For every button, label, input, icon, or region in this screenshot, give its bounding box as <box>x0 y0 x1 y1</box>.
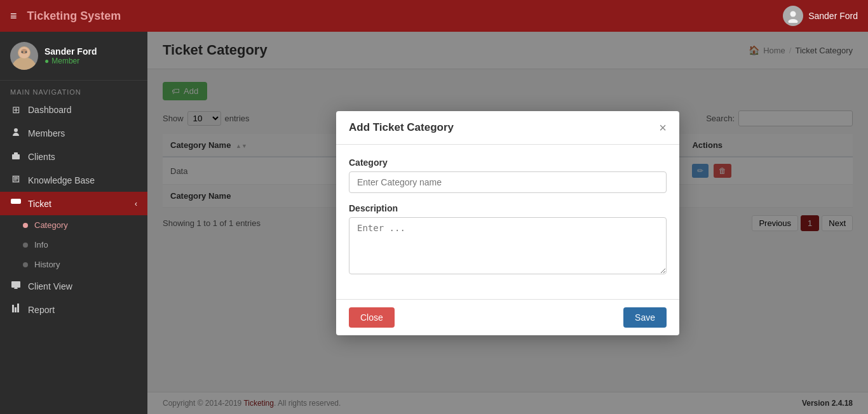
clients-icon <box>10 150 22 163</box>
sidebar-item-report[interactable]: Report <box>0 298 147 321</box>
sidebar-user-info: Sander Ford Member <box>44 46 97 65</box>
top-user-name: Sander Ford <box>808 11 858 21</box>
svg-point-0 <box>790 11 796 17</box>
sidebar: Sander Ford Member MAIN NAVIGATION ⊞ Das… <box>0 32 147 414</box>
top-navbar: ≡ Ticketing System Sander Ford <box>0 0 868 32</box>
sidebar-item-label: Dashboard <box>28 105 72 115</box>
svg-rect-8 <box>12 154 20 159</box>
svg-rect-9 <box>14 152 18 155</box>
sidebar-item-label: Report <box>28 305 55 315</box>
sidebar-item-label: Client View <box>28 281 72 291</box>
sidebar-subitem-label: History <box>34 260 60 269</box>
ticket-icon <box>10 197 22 210</box>
modal-header: Add Ticket Category × <box>336 111 679 145</box>
sidebar-item-label: Knowledge Base <box>28 175 95 185</box>
report-icon <box>10 304 22 316</box>
sidebar-subitem-history[interactable]: History <box>0 255 147 274</box>
dot-icon <box>23 243 28 248</box>
modal-body: Category Description <box>336 145 679 299</box>
sidebar-item-dashboard[interactable]: ⊞ Dashboard <box>0 98 147 121</box>
members-icon <box>10 127 22 139</box>
save-modal-button[interactable]: Save <box>623 307 667 328</box>
svg-rect-10 <box>11 281 20 288</box>
sidebar-item-knowledge-base[interactable]: Knowledge Base <box>0 168 147 192</box>
brand-logo: Ticketing System <box>27 10 121 23</box>
hamburger-icon[interactable]: ≡ <box>10 10 17 23</box>
sidebar-user-profile: Sander Ford Member <box>0 32 147 81</box>
sidebar-user-role: Member <box>44 57 97 65</box>
brand-highlight: Ticketing <box>27 10 78 22</box>
dot-icon <box>23 223 28 228</box>
sidebar-item-members[interactable]: Members <box>0 121 147 145</box>
svg-point-7 <box>25 51 27 53</box>
sidebar-item-client-view[interactable]: Client View <box>0 274 147 298</box>
client-view-icon <box>10 280 22 292</box>
modal-close-button[interactable]: × <box>659 121 667 134</box>
brand-rest: System <box>77 10 121 22</box>
category-form-group: Category <box>349 157 667 193</box>
modal-footer: Close Save <box>336 299 679 335</box>
sidebar-subitem-category[interactable]: Category <box>0 215 147 235</box>
svg-point-1 <box>789 19 798 23</box>
modal-overlay: Add Ticket Category × Category Descripti… <box>147 32 868 414</box>
description-form-group: Description <box>349 203 667 276</box>
sidebar-section-label: MAIN NAVIGATION <box>0 81 147 98</box>
sidebar-item-ticket[interactable]: Ticket ‹ <box>0 192 147 215</box>
category-label: Category <box>349 157 667 168</box>
sidebar-subitem-info[interactable]: Info <box>0 235 147 255</box>
sidebar-item-label: Clients <box>28 152 55 162</box>
sidebar-subitem-label: Category <box>34 220 68 230</box>
close-modal-button[interactable]: Close <box>349 307 395 328</box>
svg-point-6 <box>22 51 24 53</box>
sidebar-item-clients[interactable]: Clients <box>0 145 147 168</box>
description-textarea[interactable] <box>349 217 667 274</box>
dot-icon <box>23 262 28 267</box>
modal-title: Add Ticket Category <box>349 121 454 134</box>
category-input[interactable] <box>349 171 667 193</box>
main-content: Ticket Category 🏠 Home / Ticket Category… <box>147 32 868 414</box>
description-label: Description <box>349 203 667 213</box>
sidebar-item-label: Ticket <box>28 199 51 209</box>
knowledge-base-icon <box>10 174 22 186</box>
avatar <box>10 42 38 70</box>
dashboard-icon: ⊞ <box>10 104 22 116</box>
sidebar-subitem-label: Info <box>34 240 48 250</box>
chevron-left-icon: ‹ <box>135 199 137 208</box>
sidebar-item-label: Members <box>28 128 65 138</box>
add-ticket-category-modal: Add Ticket Category × Category Descripti… <box>336 111 679 335</box>
user-avatar-top <box>783 6 803 26</box>
sidebar-user-name: Sander Ford <box>44 46 97 57</box>
